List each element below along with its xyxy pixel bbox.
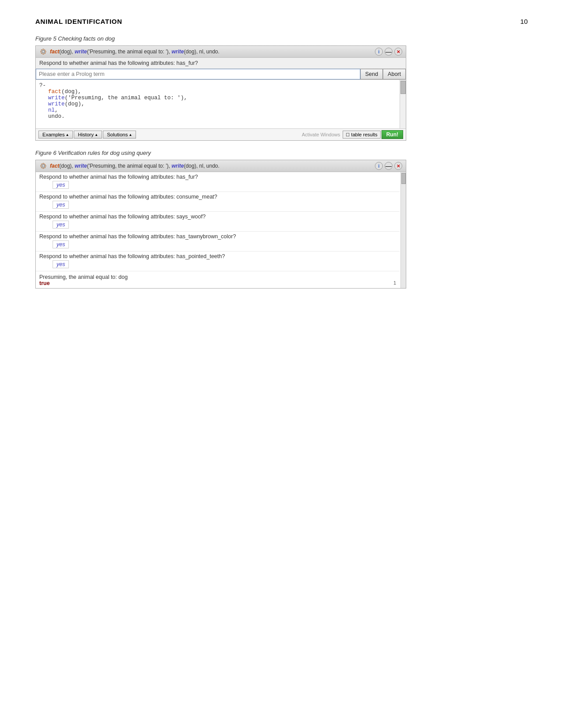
close-btn-6[interactable]: ✕ [394, 162, 402, 170]
response-2: Respond to whether animal has the follow… [36, 212, 400, 232]
response-0: Respond to whether animal has the follow… [36, 172, 400, 192]
figure6-caption: Figure 6 Verification rules for dog usin… [35, 150, 528, 156]
result-number: 1 [393, 280, 396, 285]
svg-point-3 [41, 164, 46, 169]
console-5: ?- fact(dog), write('Presuming, the anim… [36, 80, 406, 128]
prolog-input-5[interactable] [36, 69, 360, 79]
result-line1: Presuming, the animal equal to: dog [39, 274, 396, 280]
activate-windows-text: Activate Windows [302, 132, 340, 137]
answer-3: yes [53, 240, 69, 248]
svg-point-0 [42, 50, 45, 53]
minimize-btn[interactable]: — [385, 48, 393, 56]
solutions-chevron: ▲ [128, 133, 132, 137]
console-line-4: nl, [48, 107, 397, 113]
titlebar-left-6: fact(dog), write('Presuming, the animal … [39, 162, 219, 170]
table-results-btn[interactable]: ☐ table results [343, 131, 380, 139]
figure5-caption: Figure 5 Checking facts on dog [35, 35, 528, 42]
close-btn[interactable]: ✕ [394, 48, 402, 56]
toolbar-5: Examples ▲ History ▲ Solutions ▲ Activat… [36, 128, 406, 140]
run-btn[interactable]: Run! [382, 130, 403, 139]
console-line-1: fact(dog), [48, 89, 397, 95]
history-chevron: ▲ [94, 133, 98, 137]
input-row-5: Send Abort [36, 69, 406, 80]
console-prompt-5: ?- [39, 83, 397, 89]
scrollbar-5[interactable] [400, 80, 406, 128]
page-number: 10 [520, 18, 528, 25]
titlebar-6: fact(dog), write('Presuming, the animal … [36, 160, 406, 172]
console-line-2: write('Presuming, the animal equal to: '… [48, 95, 397, 101]
scrollbar-thumb-5 [401, 81, 406, 94]
titlebar-controls-5: i — ✕ [375, 48, 402, 56]
response-4: Respond to whether animal has the follow… [36, 251, 400, 271]
gear-icon-6 [39, 162, 47, 170]
abort-button-5[interactable]: Abort [383, 69, 406, 79]
result-true: true [39, 280, 50, 286]
titlebar-5: fact(dog), write('Presuming, the animal … [36, 46, 406, 58]
history-btn[interactable]: History ▲ [74, 131, 102, 139]
result-section: Presuming, the animal equal to: dog true… [36, 271, 400, 288]
responses-container: Respond to whether animal has the follow… [36, 172, 406, 288]
svg-point-2 [42, 165, 45, 167]
console-line-5: undo. [48, 113, 397, 120]
figure6-window: fact(dog), write('Presuming, the animal … [35, 160, 406, 289]
answer-2: yes [53, 221, 69, 229]
response-1: Respond to whether animal has the follow… [36, 192, 400, 212]
titlebar-left-5: fact(dog), write('Presuming, the animal … [39, 48, 219, 56]
page-title: ANIMAL IDENTIFICATION [35, 18, 122, 25]
send-button-5[interactable]: Send [360, 69, 383, 79]
solutions-btn[interactable]: Solutions ▲ [103, 131, 136, 139]
info-btn-6[interactable]: i [375, 162, 383, 170]
titlebar-title-6: fact(dog), write('Presuming, the animal … [50, 163, 219, 169]
question-2: Respond to whether animal has the follow… [39, 214, 395, 220]
minimize-btn-6[interactable]: — [385, 162, 393, 170]
gear-icon [39, 48, 47, 56]
examples-btn[interactable]: Examples ▲ [38, 131, 73, 139]
answer-4: yes [53, 260, 69, 268]
response-3: Respond to whether animal has the follow… [36, 232, 400, 251]
examples-chevron: ▲ [66, 133, 69, 137]
answer-1: yes [53, 201, 69, 209]
titlebar-controls-6: i — ✕ [375, 162, 402, 170]
answer-0: yes [53, 181, 69, 189]
console-line-3: write(dog), [48, 101, 397, 107]
info-btn[interactable]: i [375, 48, 383, 56]
query-bar-5: Respond to whether animal has the follow… [36, 58, 406, 69]
svg-point-1 [41, 49, 46, 54]
question-3: Respond to whether animal has the follow… [39, 233, 395, 240]
question-4: Respond to whether animal has the follow… [39, 253, 395, 259]
scrollbar-thumb-6 [401, 173, 406, 184]
titlebar-title-5: fact(dog), write('Presuming, the animal … [50, 49, 219, 55]
question-0: Respond to whether animal has the follow… [39, 174, 395, 180]
question-1: Respond to whether animal has the follow… [39, 194, 395, 200]
scrollbar-6[interactable] [401, 172, 406, 288]
figure5-window: fact(dog), write('Presuming, the animal … [35, 45, 406, 141]
